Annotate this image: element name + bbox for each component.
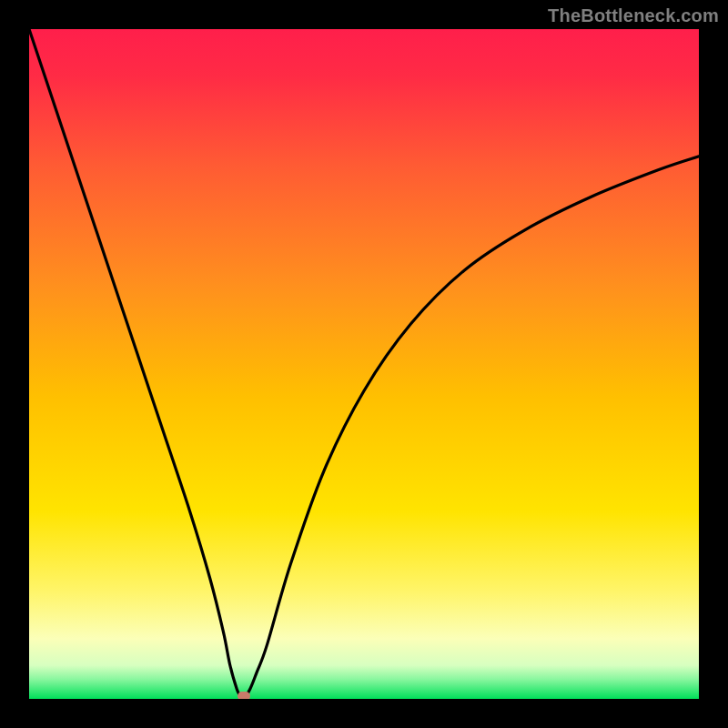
plot-area bbox=[29, 29, 699, 699]
chart-stage: TheBottleneck.com bbox=[0, 0, 728, 728]
bottleneck-curve bbox=[29, 29, 699, 699]
watermark-text: TheBottleneck.com bbox=[548, 5, 719, 26]
